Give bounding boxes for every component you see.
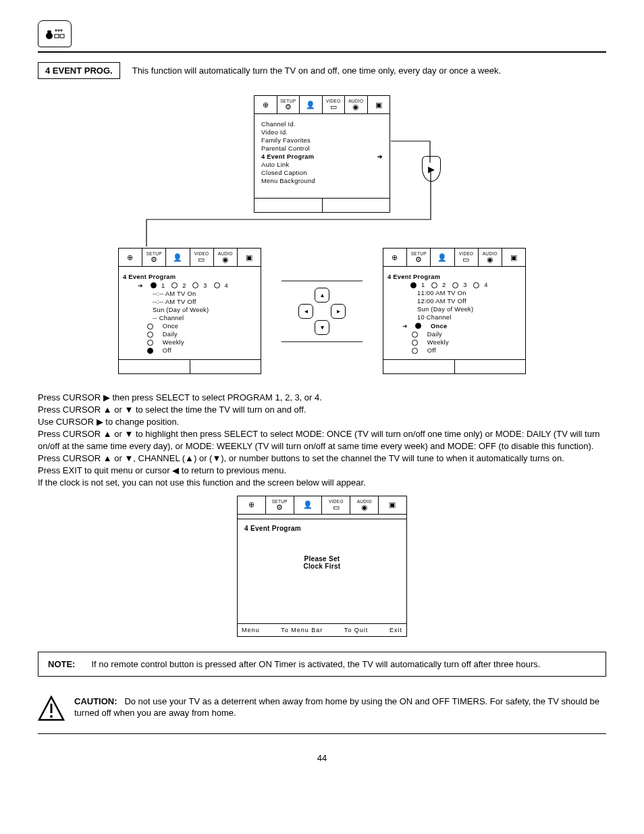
dpad-up[interactable]: ▴ [315,288,329,303]
section-description: This function will automatically turn th… [132,62,501,79]
osd-tab-setup: SETUP⚙ [277,96,300,113]
osd2-tv-on: --:-- AM TV On [123,290,254,297]
osd2-mode-weekly: Weekly [123,339,254,346]
osd4-tab-setup: SETUP⚙ [266,496,294,514]
osd4-status-menu: Menu [242,627,260,633]
header-setup-icon [38,20,72,47]
osd3-tv-on: 11:00 AM TV On [387,290,518,296]
menu-item-cc: Closed Caption [261,170,383,176]
dpad-left[interactable]: ◂ [298,304,313,319]
instruction-7: If the clock is not set, you can not use… [38,477,606,489]
instruction-6: Press EXIT to quit menu or cursor ◀ to r… [38,465,606,477]
osd3-tab-pip: ▣ [502,249,525,266]
osd2-tab-video: VIDEO▭ [190,249,214,266]
svg-rect-5 [55,34,59,38]
osd2-tab1: ⊕ [119,249,142,266]
osd3-tv-off: 12:00 AM TV Off [387,298,518,305]
instruction-5: Press CURSOR ▲ or ▼, CHANNEL (▲) or (▼),… [38,452,606,465]
menu-item-4-event: 4 Event Program ➔ [261,153,383,160]
osd3-mode-off: Off [387,347,518,354]
dpad-down[interactable]: ▾ [315,320,329,335]
osd2-tv-off: --:-- AM TV Off [123,298,254,305]
arrow-right-icon: ➔ [377,153,383,160]
svg-point-3 [58,30,59,31]
osd4-tab1: ⊕ [238,496,266,514]
osd3-mode-once: ➔ Once [387,322,518,330]
menu-item-menu-bg: Menu Background [261,178,383,184]
arrow-right-icon: ➔ [138,282,143,289]
menu-item-channel-id: Channel Id. [261,121,383,128]
osd4-status-exit: Exit [390,627,402,633]
note-label: NOTE: [48,659,75,669]
osd2-mode-off: Off [123,347,254,354]
osd3-tab1: ⊕ [383,249,407,266]
osd4-msg1: Please Set [244,555,400,563]
osd4-tab-video: VIDEO▭ [322,496,350,514]
instruction-4: Press CURSOR ▲ or ▼ to highlight then pr… [38,428,606,452]
dpad-right[interactable]: ▸ [331,304,346,319]
remote-dpad[interactable]: ▴ ◂▸ ▾ [298,288,346,335]
osd2-title: 4 Event Program [123,273,254,280]
osd3-mode-weekly: Weekly [387,339,518,346]
osd3-prog-nums: 1 2 3 4 [387,282,518,288]
instruction-1: Press CURSOR ▶ then press SELECT to sele… [38,392,606,404]
menu-item-family-fav: Family Favorites [261,137,383,144]
instruction-3: Use CURSOR ▶ to change position. [38,416,606,428]
osd3-tab-video: VIDEO▭ [455,249,479,266]
osd4-tab-pip: ▣ [379,496,406,514]
svg-point-2 [55,30,57,31]
osd3-tab-audio: AUDIO◉ [479,249,502,266]
osd-main-menu: ⊕ SETUP⚙ 👤 VIDEO▭ AUDIO◉ ▣ Channel Id. V… [254,95,390,213]
warning-triangle-icon [38,696,65,725]
menu-item-video-id: Video Id. [261,129,383,136]
osd2-prog-nums: ➔ 1 2 3 4 [123,282,254,289]
svg-point-11 [50,715,53,718]
osd-tab-video: VIDEO▭ [323,96,346,113]
svg-point-0 [46,32,53,39]
osd-tab-audio: AUDIO◉ [345,96,368,113]
header-rule [38,51,606,53]
osd4-msg2: Clock First [244,563,400,570]
menu-item-autolink: Auto Link [261,161,383,168]
osd4-status-quit: To Quit [344,627,369,633]
osd-tab-pip: ▣ [368,96,390,113]
osd3-mode-daily: Daily [387,331,518,338]
osd2-tab-setup: SETUP⚙ [142,249,166,266]
note-text: If no remote control button is pressed a… [91,659,540,669]
section-title-box: 4 EVENT PROG. [38,62,120,79]
page-number: 44 [38,753,606,763]
osd2-mode-once: Once [123,323,254,330]
menu-item-parental: Parental Control [261,145,383,152]
osd3-tab-person: 👤 [431,249,454,266]
osd2-channel: -- Channel [123,315,254,321]
osd-clock-warning: ⊕ SETUP⚙ 👤 VIDEO▭ AUDIO◉ ▣ 4 Event Progr… [237,496,407,637]
instruction-2: Press CURSOR ▲ or ▼ to select the time t… [38,404,606,416]
osd-event-before: ⊕ SETUP⚙ 👤 VIDEO▭ AUDIO◉ ▣ 4 Event Progr… [118,248,261,374]
osd2-tab-pip: ▣ [238,249,261,266]
osd2-mode-daily: Daily [123,331,254,338]
osd4-status-tobar: To Menu Bar [281,627,323,633]
osd4-tab-audio: AUDIO◉ [350,496,379,514]
svg-rect-6 [60,34,64,38]
osd4-title: 4 Event Program [244,525,400,532]
osd-tab-blank1: ⊕ [254,96,277,113]
osd-event-after: ⊕ SETUP⚙ 👤 VIDEO▭ AUDIO◉ ▣ 4 Event Progr… [383,248,526,374]
osd3-day: Sun (Day of Week) [387,306,518,313]
section-title: 4 EVENT PROG. [45,66,113,76]
caution-text: Do not use your TV as a deterrent when a… [74,696,599,719]
osd4-tab-person: 👤 [294,496,323,514]
svg-point-4 [61,30,62,31]
osd2-tab-audio: AUDIO◉ [214,249,238,266]
osd3-title: 4 Event Program [387,273,518,280]
osd3-tab-setup: SETUP⚙ [407,249,431,266]
osd2-day: Sun (Day of Week) [123,307,254,313]
note-box: NOTE: If no remote control button is pre… [38,652,606,677]
caution-label: CAUTION: [74,696,117,706]
osd-tab-person: 👤 [300,96,323,113]
arrow-right-icon: ➔ [402,322,408,330]
remote-cursor-right-button[interactable]: ▶ [422,156,441,182]
svg-rect-1 [47,30,51,33]
osd2-tab-person: 👤 [166,249,190,266]
osd3-channel: 10 Channel [387,314,518,321]
